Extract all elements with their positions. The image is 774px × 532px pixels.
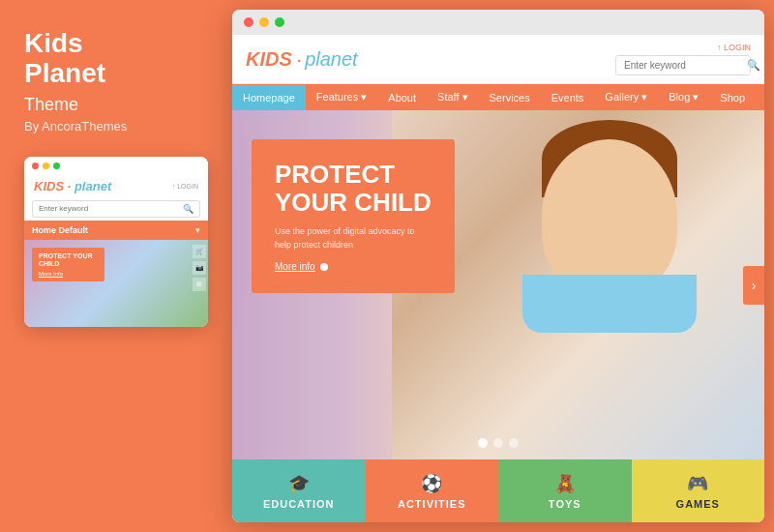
nav-item-features[interactable]: Features ▾ [306,84,377,110]
browser-login-link[interactable]: ↑ LOGIN [717,43,751,52]
mobile-search-icon: 🔍 [183,204,194,214]
mobile-logo: KIDS · planet [34,179,111,193]
mobile-hero-btn[interactable]: More info [39,271,98,277]
hero-title: PROTECT YOUR CHILD [275,161,432,216]
mobile-logo-dot: · [68,179,74,193]
left-panel: Kids Planet Theme By AncoraThemes KIDS ·… [0,0,232,532]
mobile-icon-3: ⊞ [193,278,206,291]
browser-dot-green [275,17,284,27]
mobile-sidebar-icons: 🛒 📷 ⊞ [193,245,206,291]
browser-title-bar [232,10,764,35]
browser-logo-planet: planet [305,48,358,70]
slider-dot-1[interactable] [478,438,488,448]
theme-subtitle: Theme [24,95,208,115]
mobile-logo-kids: KIDS [34,179,64,193]
mobile-hero: PROTECT YOUR CHILD More info 🛒 📷 ⊞ [24,240,208,327]
games-icon: 🎮 [687,473,708,494]
mobile-hero-overlay: PROTECT YOUR CHILD More info [32,248,104,282]
browser-search-input[interactable] [624,60,747,71]
mobile-search-box[interactable]: 🔍 [32,200,200,218]
hero-description: Use the power of digital advocacy to hel… [275,225,432,251]
mobile-search-input[interactable] [39,204,183,213]
games-label: GAMES [676,498,720,510]
education-icon: 🎓 [288,473,310,494]
browser-header: KIDS · planet ↑ LOGIN 🔍 [232,35,764,84]
activities-label: ACTIVITIES [398,498,466,510]
mobile-logo-area: KIDS · planet ↑ LOGIN [24,173,208,197]
mobile-hero-title: PROTECT YOUR CHILD [39,252,98,269]
hero-face-sim [513,120,706,333]
browser-logo-dot: · [297,53,305,69]
nav-item-services[interactable]: Services [479,85,541,110]
category-games[interactable]: 🎮 GAMES [632,459,765,522]
hero-overlay-box: PROTECT YOUR CHILD Use the power of digi… [252,139,455,293]
browser-nav: Homepage Features ▾ About Staff ▾ Servic… [232,84,764,110]
browser-hero: PROTECT YOUR CHILD Use the power of digi… [232,110,764,459]
browser-window: KIDS · planet ↑ LOGIN 🔍 Homepage Feature… [232,10,764,522]
slider-dot-2[interactable] [493,438,503,448]
hero-btn-dot [320,263,328,271]
mobile-logo-planet: planet [74,179,111,193]
hero-more-info-btn[interactable]: More info [275,261,432,272]
shirt [522,275,697,333]
hero-next-arrow[interactable]: › [743,266,764,305]
category-education[interactable]: 🎓 EDUCATION [232,459,366,522]
activities-icon: ⚽ [421,473,442,494]
nav-item-shop[interactable]: Shop [709,85,756,110]
browser-search-icon: 🔍 [747,59,760,72]
mobile-mockup: KIDS · planet ↑ LOGIN 🔍 Home Default ▾ P… [24,157,208,327]
browser-dot-red [244,17,253,27]
hero-btn-label: More info [275,261,315,272]
hero-background: PROTECT YOUR CHILD Use the power of digi… [232,110,764,459]
browser-dot-yellow [259,17,269,27]
nav-item-gallery[interactable]: Gallery ▾ [594,84,658,110]
category-toys[interactable]: 🧸 TOYS [498,459,632,522]
education-label: EDUCATION [263,498,335,510]
nav-item-staff[interactable]: Staff ▾ [427,84,478,110]
nav-item-contacts[interactable]: Contacts [756,85,764,110]
nav-item-homepage[interactable]: Homepage [232,85,306,110]
slider-dots [478,438,519,448]
mobile-dot-red [32,163,39,169]
browser-search-area: ↑ LOGIN 🔍 [615,43,751,75]
mobile-icon-1: 🛒 [193,245,206,258]
nav-item-about[interactable]: About [377,85,427,110]
theme-title: Kids Planet [24,29,208,89]
mobile-title-bar [24,157,208,173]
browser-logo-kids: KIDS [246,48,292,70]
mobile-dot-yellow [43,163,49,169]
browser-search-box[interactable]: 🔍 [615,55,751,75]
category-activities[interactable]: ⚽ ACTIVITIES [366,459,499,522]
toys-label: TOYS [549,498,581,510]
mobile-dot-green [53,163,60,169]
mobile-nav[interactable]: Home Default ▾ [24,221,208,240]
nav-item-blog[interactable]: Blog ▾ [658,84,709,110]
mobile-icon-2: 📷 [193,261,206,275]
face [542,139,677,294]
nav-item-events[interactable]: Events [541,85,595,110]
slider-dot-3[interactable] [509,438,519,448]
browser-logo: KIDS · planet [246,48,358,71]
toys-icon: 🧸 [554,473,576,494]
theme-author: By AncoraThemes [24,119,208,133]
mobile-nav-label: Home Default [32,225,88,235]
mobile-nav-arrow-icon: ▾ [195,225,200,235]
category-bar: 🎓 EDUCATION ⚽ ACTIVITIES 🧸 TOYS 🎮 GAMES [232,459,764,522]
mobile-login-link[interactable]: ↑ LOGIN [172,183,198,190]
